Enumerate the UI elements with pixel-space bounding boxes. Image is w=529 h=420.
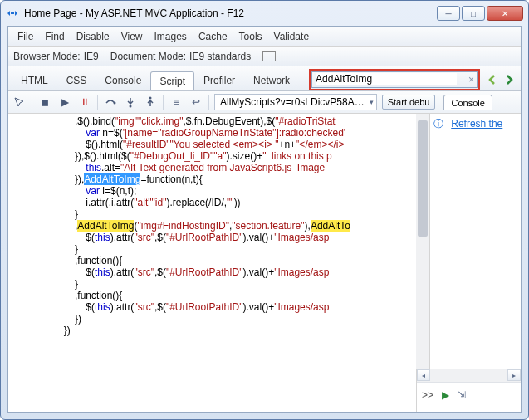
search-highlight-box: × xyxy=(309,69,480,90)
console-side-panel: ⓘ Refresh the ◂ ▸ >> ▶ ⇲ xyxy=(429,114,521,393)
console-pane-tab[interactable]: Console xyxy=(443,95,492,110)
menu-find[interactable]: Find xyxy=(39,28,70,45)
window-controls: ─ □ ✕ xyxy=(437,6,523,21)
script-file-dropdown[interactable]: AllMyScripts?v=r0sLDicvP58A… xyxy=(214,94,377,110)
body-area: ,$().bind("img""click.img",$.fn.DebugEve… xyxy=(8,114,521,393)
maximize-button[interactable]: □ xyxy=(462,6,485,21)
vertical-scrollbar[interactable] xyxy=(416,114,429,393)
step-out-icon[interactable] xyxy=(143,95,158,110)
search-input[interactable] xyxy=(316,73,457,85)
menu-tools[interactable]: Tools xyxy=(233,28,268,45)
word-wrap-icon[interactable]: ↩ xyxy=(189,95,203,110)
search-prev-icon[interactable] xyxy=(485,72,500,87)
multiline-toggle-icon[interactable]: ⇲ xyxy=(458,389,466,401)
mode-bar: Browser Mode: IE9 Document Mode: IE9 sta… xyxy=(8,47,521,66)
format-icon[interactable]: ≡ xyxy=(169,95,184,110)
start-debugging-button[interactable]: Start debu xyxy=(382,95,436,110)
window-title: Home Page - My ASP.NET MVC Application -… xyxy=(24,7,437,19)
tab-console[interactable]: Console xyxy=(96,71,150,90)
menu-validate[interactable]: Validate xyxy=(268,28,315,45)
tab-network[interactable]: Network xyxy=(244,71,299,90)
script-file-label: AllMyScripts?v=r0sLDicvP58A… xyxy=(220,96,365,108)
client-area: File Find Disable View Images Cache Tool… xyxy=(7,26,522,413)
play-icon[interactable]: ▶ xyxy=(57,95,72,110)
document-mode-label: Document Mode: xyxy=(110,51,186,62)
menu-file[interactable]: File xyxy=(12,28,39,45)
step-into-icon[interactable] xyxy=(123,95,138,110)
tab-script[interactable]: Script xyxy=(150,71,194,90)
stop-icon[interactable]: ◼ xyxy=(37,95,52,110)
separator xyxy=(208,95,209,110)
step-over-icon[interactable] xyxy=(103,95,118,110)
tab-html[interactable]: HTML xyxy=(12,71,57,90)
svg-point-2 xyxy=(130,105,132,108)
menu-cache[interactable]: Cache xyxy=(193,28,233,45)
browser-mode-label: Browser Mode: xyxy=(13,51,81,62)
menu-bar: File Find Disable View Images Cache Tool… xyxy=(8,27,521,47)
browser-mode-value[interactable]: IE9 xyxy=(84,51,107,62)
separator xyxy=(97,95,98,110)
console-input-area: ◂ ▸ >> ▶ ⇲ xyxy=(416,369,521,412)
scroll-right-icon[interactable]: ▸ xyxy=(507,369,521,381)
search-next-icon[interactable] xyxy=(502,72,517,87)
svg-point-3 xyxy=(149,97,152,100)
svg-rect-0 xyxy=(11,12,14,14)
separator xyxy=(163,95,164,110)
script-toolbar: ◼ ▶ ⏸ ≡ ↩ AllMyScripts?v=r0sLDicvP58A… S… xyxy=(8,91,521,114)
scroll-left-icon[interactable]: ◂ xyxy=(417,369,430,381)
search-box: × xyxy=(311,71,478,88)
info-icon: ⓘ xyxy=(433,117,445,131)
tab-profiler[interactable]: Profiler xyxy=(194,71,244,90)
document-mode-value[interactable]: IE9 standards xyxy=(189,51,259,62)
pause-icon[interactable]: ⏸ xyxy=(77,95,92,110)
menu-disable[interactable]: Disable xyxy=(71,28,115,45)
menu-view[interactable]: View xyxy=(115,28,149,45)
select-element-icon[interactable] xyxy=(12,95,27,110)
console-controls: >> ▶ ⇲ xyxy=(417,383,521,408)
window-frame: Home Page - My ASP.NET MVC Application -… xyxy=(0,0,529,420)
titlebar[interactable]: Home Page - My ASP.NET MVC Application -… xyxy=(1,1,528,26)
tab-css[interactable]: CSS xyxy=(57,71,96,90)
minimize-button[interactable]: ─ xyxy=(437,6,460,21)
code-editor[interactable]: ,$().bind("img""click.img",$.fn.DebugEve… xyxy=(8,114,429,393)
svg-point-1 xyxy=(114,102,116,105)
menu-images[interactable]: Images xyxy=(149,28,193,45)
mode-icon[interactable] xyxy=(262,51,276,61)
console-prompt[interactable]: >> xyxy=(422,389,433,401)
search-nav xyxy=(485,72,517,87)
run-script-icon[interactable]: ▶ xyxy=(442,389,449,401)
tab-bar: HTML CSS Console Script Profiler Network… xyxy=(8,66,521,91)
clear-search-icon[interactable]: × xyxy=(468,74,474,85)
close-button[interactable]: ✕ xyxy=(487,6,523,21)
separator xyxy=(32,95,32,110)
horizontal-scrollbar[interactable]: ◂ ▸ xyxy=(417,369,521,383)
app-icon xyxy=(6,7,19,20)
scroll-thumb[interactable] xyxy=(418,120,428,237)
refresh-link[interactable]: Refresh the xyxy=(451,118,502,129)
